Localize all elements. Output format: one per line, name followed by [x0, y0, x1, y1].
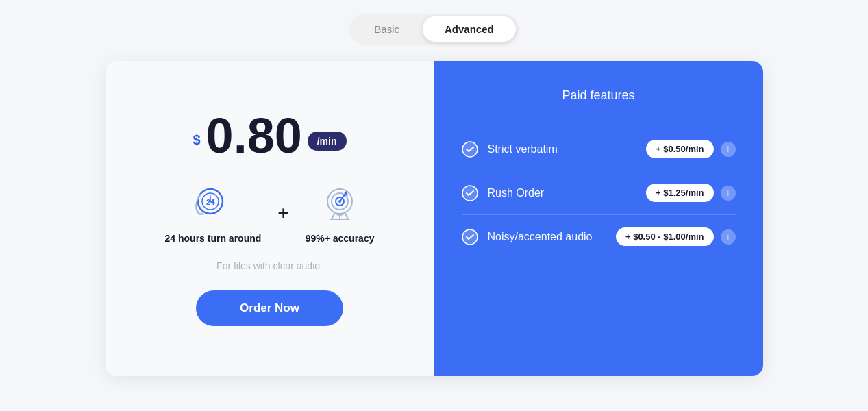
price-value: 0.80 [206, 111, 302, 160]
svg-line-11 [332, 214, 334, 219]
feature-noisy-audio: Noisy/accented audio + $0.50 - $1.00/min… [462, 215, 736, 258]
currency-symbol: $ [193, 132, 200, 148]
strict-verbatim-price: + $0.50/min [646, 140, 713, 158]
feature-rush-order: Rush Order + $1.25/min i [462, 171, 736, 215]
rush-order-info[interactable]: i [721, 186, 736, 201]
feature-accuracy: 99%+ accuracy [306, 182, 375, 244]
noisy-audio-info[interactable]: i [721, 229, 736, 245]
paid-features-title: Paid features [462, 88, 736, 103]
check-icon-rush-order [462, 185, 478, 201]
feature-turnaround: 24 24 hours turn around [165, 182, 262, 244]
features-row: 24 24 hours turn around + [165, 182, 375, 244]
noisy-audio-name: Noisy/accented audio [488, 231, 616, 243]
subtitle-text: For files with clear audio. [216, 260, 323, 271]
rush-order-name: Rush Order [488, 187, 647, 199]
clock-icon: 24 [191, 182, 235, 226]
order-now-button[interactable]: Order Now [196, 290, 343, 326]
left-panel: $ 0.80 /min 24 [106, 61, 434, 376]
tab-advanced[interactable]: Advanced [423, 16, 516, 42]
main-card: $ 0.80 /min 24 [106, 61, 763, 376]
per-min-badge: /min [308, 132, 347, 151]
target-icon [318, 182, 362, 226]
rush-order-price: + $1.25/min [646, 184, 713, 202]
svg-line-12 [345, 214, 348, 219]
check-icon-strict-verbatim [462, 141, 478, 158]
feature-strict-verbatim: Strict verbatim + $0.50/min i [462, 127, 736, 171]
tab-switcher: Basic Advanced [349, 14, 518, 45]
right-panel: Paid features Strict verbatim + $0.50/mi… [434, 61, 763, 376]
check-icon-noisy-audio [462, 229, 478, 245]
plus-separator: + [277, 202, 288, 224]
turnaround-label: 24 hours turn around [165, 233, 262, 244]
price-block: $ 0.80 /min [193, 111, 346, 160]
strict-verbatim-info[interactable]: i [721, 142, 736, 157]
accuracy-label: 99%+ accuracy [306, 233, 375, 244]
tab-basic[interactable]: Basic [352, 16, 421, 42]
strict-verbatim-name: Strict verbatim [488, 143, 647, 155]
noisy-audio-price: + $0.50 - $1.00/min [616, 227, 714, 246]
